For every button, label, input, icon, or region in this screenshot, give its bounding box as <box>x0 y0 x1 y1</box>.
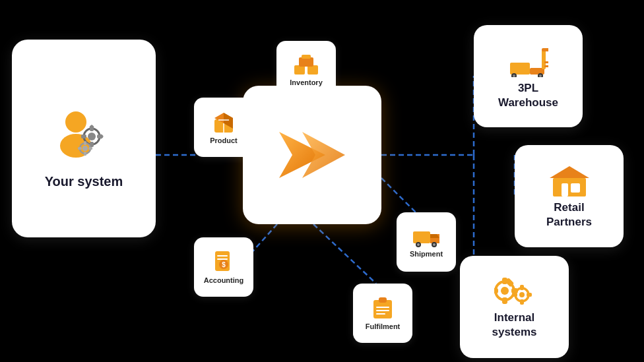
svg-rect-79 <box>520 299 524 305</box>
svg-rect-52 <box>376 310 389 311</box>
svg-rect-23 <box>84 152 86 156</box>
fulfilment-icon <box>371 296 395 320</box>
svg-rect-42 <box>413 231 430 243</box>
svg-rect-57 <box>542 48 548 51</box>
svg-rect-67 <box>571 183 580 193</box>
svg-point-77 <box>519 292 525 297</box>
accounting-icon: $ <box>212 250 236 274</box>
product-node: Product <box>194 98 253 157</box>
retail-partners-node: Retail Partners <box>515 145 624 247</box>
inventory-label: Inventory <box>290 78 323 86</box>
canvas: Your system Inventory <box>0 0 644 362</box>
svg-rect-72 <box>494 288 498 293</box>
svg-rect-49 <box>373 300 392 318</box>
svg-rect-29 <box>307 65 318 75</box>
svg-rect-81 <box>527 293 532 297</box>
svg-marker-65 <box>550 166 589 178</box>
fulfilment-label: Fulfilment <box>366 322 401 330</box>
internal-systems-icon <box>494 275 535 308</box>
your-system-icon <box>51 107 117 163</box>
retail-partners-icon <box>550 164 589 196</box>
accounting-node: $ Accounting <box>194 237 253 297</box>
svg-point-13 <box>88 133 96 140</box>
your-system-node: Your system <box>12 40 156 237</box>
svg-rect-78 <box>520 285 524 290</box>
svg-rect-25 <box>88 147 92 150</box>
3pl-warehouse-node: 3PL Warehouse <box>474 25 583 127</box>
3pl-label: 3PL Warehouse <box>498 81 558 109</box>
accounting-label: Accounting <box>204 276 244 284</box>
product-icon <box>212 110 236 134</box>
svg-rect-50 <box>379 297 387 303</box>
svg-point-69 <box>501 287 509 295</box>
svg-rect-64 <box>553 178 586 196</box>
svg-point-59 <box>513 75 515 77</box>
svg-rect-66 <box>562 183 568 196</box>
svg-point-10 <box>65 111 86 133</box>
svg-point-21 <box>82 146 88 151</box>
shipment-label: Shipment <box>410 250 443 258</box>
svg-rect-51 <box>376 307 389 308</box>
svg-rect-39 <box>217 258 228 260</box>
your-system-label: Your system <box>45 173 123 189</box>
3pl-warehouse-icon <box>509 43 548 77</box>
svg-point-48 <box>433 243 435 246</box>
svg-rect-80 <box>512 293 517 297</box>
retail-label: Retail Partners <box>546 200 592 229</box>
svg-rect-30 <box>299 57 313 67</box>
svg-rect-63 <box>544 65 548 67</box>
svg-text:$: $ <box>222 261 226 268</box>
svg-point-61 <box>539 75 542 77</box>
hub-node <box>243 86 381 224</box>
svg-rect-53 <box>376 313 385 315</box>
shipment-node: Shipment <box>397 212 456 272</box>
internal-systems-label: Internal systems <box>492 311 536 339</box>
product-label: Product <box>210 136 238 144</box>
svg-rect-54 <box>510 63 530 75</box>
svg-rect-62 <box>544 61 548 63</box>
hub-arrow-icon <box>273 125 352 185</box>
svg-rect-16 <box>81 135 86 138</box>
shipment-icon <box>413 226 439 247</box>
svg-rect-38 <box>217 255 228 256</box>
svg-rect-22 <box>84 141 86 145</box>
svg-line-5 <box>381 178 416 212</box>
svg-rect-28 <box>294 65 305 75</box>
inventory-node: Inventory <box>276 41 336 100</box>
inventory-icon <box>294 55 319 76</box>
svg-rect-31 <box>302 55 311 59</box>
fulfilment-node: Fulfilment <box>353 284 412 343</box>
internal-systems-node: Internal systems <box>460 256 569 358</box>
svg-rect-24 <box>78 147 82 150</box>
svg-rect-71 <box>502 297 507 304</box>
svg-point-46 <box>417 243 420 246</box>
svg-line-4 <box>313 224 376 284</box>
